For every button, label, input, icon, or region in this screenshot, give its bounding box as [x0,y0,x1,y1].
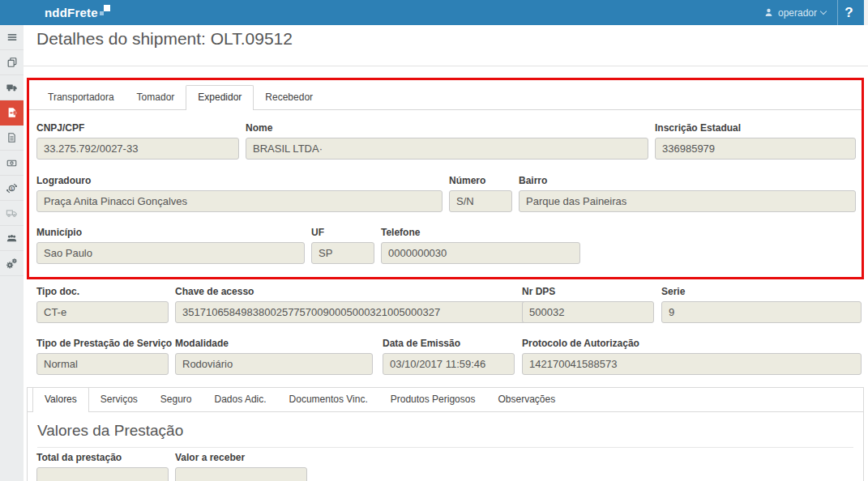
nr-dps-input[interactable] [522,301,654,323]
serie-label: Serie [661,286,862,297]
users-icon [6,233,18,244]
svg-text:$: $ [11,185,14,190]
protocolo-label: Protocolo de Autorização [522,338,862,349]
total-prestacao-input[interactable] [36,467,169,481]
scrollbar-gutter [864,0,868,25]
sidebar-item-copy[interactable] [0,50,24,75]
sidebar-item-truck[interactable] [0,75,24,100]
field-bairro: Bairro [519,175,856,212]
bairro-input[interactable] [519,190,856,212]
tipo-prestacao-label: Tipo de Prestação de Serviço [36,338,169,349]
tab-recebedor[interactable]: Recebedor [254,86,324,109]
data-emissao-label: Data de Emissão [383,338,515,349]
menu-icon [6,32,18,43]
field-total-prestacao: Total da prestação [36,452,169,481]
gears-icon [6,258,18,270]
party-tabs: Transportadora Tomador Expedidor Recebed… [29,87,862,110]
field-serie: Serie [661,286,862,323]
data-emissao-input[interactable] [383,353,515,375]
title-divider [24,66,868,66]
user-label: operador [778,7,817,19]
tab-transportadora[interactable]: Transportadora [36,86,126,109]
tab-seguro[interactable]: Seguro [149,388,203,411]
cnpj-cpf-input[interactable] [36,138,239,160]
tab-produtos-perigosos[interactable]: Produtos Perigosos [379,388,487,411]
tab-documentos-vinc[interactable]: Documentos Vinc. [278,388,379,411]
sidebar-item-delivery[interactable] [0,201,24,226]
chevron-down-icon [820,8,827,15]
field-tipo-doc: Tipo doc. [36,286,169,323]
uf-input[interactable] [311,242,374,264]
field-inscricao-estadual: Inscrição Estadual [655,122,856,160]
tab-dados-adic[interactable]: Dados Adic. [203,388,278,411]
valores-heading: Valores da Prestação [37,422,853,448]
sidebar-item-shipment-export[interactable] [0,100,24,126]
nr-dps-label: Nr DPS [522,286,654,297]
sidebar-item-money[interactable] [0,151,24,176]
total-prestacao-label: Total da prestação [36,452,169,463]
copy-icon [6,57,18,68]
tab-valores[interactable]: Valores [32,387,89,412]
tipo-prestacao-input[interactable] [36,353,169,375]
sidebar-item-users[interactable] [0,226,24,251]
municipio-input[interactable] [36,242,305,264]
app-window: nddFrete operador ? [0,0,868,481]
logradouro-input[interactable] [36,190,443,212]
inscricao-estadual-input[interactable] [655,138,856,160]
sidebar-item-menu[interactable] [0,25,24,50]
serie-input[interactable] [661,301,862,323]
banknote-icon [6,158,18,168]
field-numero: Número [449,175,512,212]
brand-name: nddFrete [45,6,98,19]
municipio-label: Município [36,227,305,238]
brand-logo[interactable]: nddFrete [45,0,110,25]
sidebar-nav: $ [0,25,24,481]
tab-observacoes[interactable]: Observações [486,388,567,411]
page-title: Detalhes do shipment: OLT.09512 [36,29,293,49]
help-button[interactable]: ? [837,0,860,25]
protocolo-input[interactable] [522,353,862,375]
sidebar-item-money-sync[interactable]: $ [0,176,24,201]
tab-expedidor[interactable]: Expedidor [186,85,254,110]
nome-input[interactable] [246,138,648,160]
field-protocolo: Protocolo de Autorização [522,338,862,375]
nome-label: Nome [246,122,648,134]
numero-label: Número [449,175,512,186]
field-tipo-prestacao: Tipo de Prestação de Serviço [36,338,169,375]
tipo-doc-label: Tipo doc. [36,286,169,297]
field-nr-dps: Nr DPS [522,286,654,323]
sidebar-item-settings[interactable] [0,251,24,276]
valor-receber-input[interactable] [175,467,307,481]
numero-input[interactable] [449,190,512,212]
field-valor-receber: Valor a receber [175,452,307,481]
field-cnpj-cpf: CNPJ/CPF [36,122,239,160]
document-export-icon [6,107,18,118]
valor-receber-label: Valor a receber [175,452,307,463]
field-logradouro: Logradouro [36,175,443,212]
modalidade-label: Modalidade [175,338,373,349]
field-data-emissao: Data de Emissão [383,338,515,375]
document-icon [6,132,17,143]
inscricao-estadual-label: Inscrição Estadual [655,122,856,134]
user-icon [763,7,774,18]
telefone-input[interactable] [381,242,580,264]
brand-squares-icon [100,5,110,16]
sidebar-item-document[interactable] [0,126,24,151]
money-sync-icon: $ [6,182,18,194]
modalidade-input[interactable] [175,353,373,375]
logradouro-label: Logradouro [36,175,443,186]
top-bar: nddFrete operador ? [0,0,864,25]
field-nome: Nome [246,122,648,160]
tipo-doc-input[interactable] [36,301,169,323]
field-uf: UF [311,227,374,264]
uf-label: UF [311,227,374,238]
delivery-truck-icon [6,207,18,219]
bairro-label: Bairro [519,175,856,186]
cnpj-cpf-label: CNPJ/CPF [36,122,239,134]
tab-servicos[interactable]: Serviços [89,388,149,411]
user-menu[interactable]: operador [752,0,837,25]
field-modalidade: Modalidade [175,338,373,375]
field-municipio: Município [36,227,305,264]
tab-tomador[interactable]: Tomador [126,86,186,109]
field-telefone: Telefone [381,227,580,264]
